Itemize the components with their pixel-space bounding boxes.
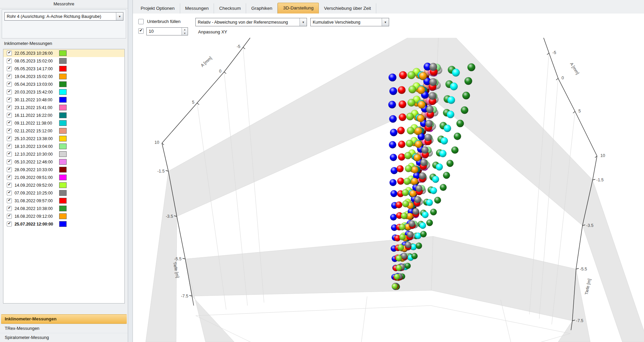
measurement-row[interactable]: 16.08.2022 09:12:00 xyxy=(3,212,124,220)
measurement-checkbox[interactable] xyxy=(7,175,12,180)
mode-select[interactable]: Relativ - Abweichung von der Referenzmes… xyxy=(195,18,307,26)
measurement-row[interactable]: 30.11.2022 10:48:00 xyxy=(3,96,124,104)
measurement-row[interactable]: 02.11.2022 15:12:00 xyxy=(3,127,124,135)
measurement-date-label: 18.10.2022 13:04:00 xyxy=(15,144,59,149)
measurement-date-label: 16.11.2022 16:22:00 xyxy=(15,113,59,118)
measurement-row[interactable]: 12.10.2022 10:30:00 xyxy=(3,150,124,158)
measurement-checkbox[interactable] xyxy=(7,167,12,172)
measurement-row[interactable]: 25.10.2022 13:38:00 xyxy=(3,135,124,142)
measurement-row[interactable]: 21.09.2022 09:51:00 xyxy=(3,174,124,181)
measurement-checkbox[interactable] xyxy=(7,144,12,149)
svg-text:-5: -5 xyxy=(552,50,556,55)
measurement-date-label: 05.05.2023 14:17:00 xyxy=(15,67,59,71)
measurement-row[interactable]: 09.11.2022 11:38:00 xyxy=(3,119,124,127)
measurement-date-label: 21.09.2022 09:51:00 xyxy=(15,175,59,180)
tube-selector-value: Rohr 4 (Ausrichtung: A-Achse Richtung Ba… xyxy=(5,14,116,19)
measurement-checkbox[interactable] xyxy=(7,82,12,87)
measurement-checkbox[interactable] xyxy=(7,221,12,227)
measurement-row[interactable]: 22.05.2023 10:26:00 xyxy=(3,49,124,57)
measurement-row[interactable]: 19.04.2023 15:02:00 xyxy=(3,73,124,80)
svg-text:10: 10 xyxy=(600,153,605,158)
display-select[interactable]: Kumulative Verschiebung ▾ xyxy=(310,18,389,26)
series-color-swatch xyxy=(59,136,67,141)
measurement-checkbox[interactable] xyxy=(7,89,12,95)
measurement-checkbox[interactable] xyxy=(7,206,12,211)
sidebar-nav-item[interactable]: Spiralometer-Messung xyxy=(0,333,128,342)
measurement-checkbox[interactable] xyxy=(7,74,12,79)
measurement-checkbox[interactable] xyxy=(7,136,12,141)
measurement-row[interactable]: 16.11.2022 16:22:00 xyxy=(3,111,124,119)
3d-plot[interactable]: -50510A [mm]-50510A [mm]-1.5-3.5-5.5-7.5… xyxy=(133,38,644,342)
series-color-swatch xyxy=(59,89,67,95)
measurement-row[interactable]: 23.11.2022 15:41:00 xyxy=(3,104,124,111)
series-color-swatch xyxy=(59,58,67,64)
measurement-date-label: 24.08.2022 10:38:00 xyxy=(15,206,59,211)
measurement-checkbox[interactable] xyxy=(7,159,12,164)
measurement-checkbox[interactable] xyxy=(7,51,12,56)
measurement-row[interactable]: 07.09.2022 10:25:00 xyxy=(3,189,124,197)
panel-splitter[interactable] xyxy=(128,0,133,342)
measurement-checkbox[interactable] xyxy=(7,214,12,219)
display-select-value: Kumulative Verschiebung xyxy=(311,20,382,25)
series-color-swatch xyxy=(59,213,67,219)
fill-interruption-checkbox[interactable] xyxy=(138,19,144,24)
measurement-row[interactable]: 14.09.2022 09:52:00 xyxy=(3,181,124,189)
measurement-row[interactable]: 08.05.2023 15:02:00 xyxy=(3,57,124,65)
measurement-checkbox[interactable] xyxy=(7,113,12,118)
adjust-xy-checkbox[interactable] xyxy=(138,28,144,34)
measurement-date-label: 23.11.2022 15:41:00 xyxy=(15,105,59,110)
measurement-row[interactable]: 05.04.2023 13:03:00 xyxy=(3,80,124,88)
svg-text:-5.5: -5.5 xyxy=(174,257,182,261)
series-color-swatch xyxy=(59,175,67,180)
toolbar: Unterbruch füllen Relativ - Abweichung v… xyxy=(133,14,644,38)
measurement-checkbox[interactable] xyxy=(7,152,12,157)
tab-graphiken[interactable]: Graphiken xyxy=(246,3,278,14)
measurement-checkbox[interactable] xyxy=(7,105,12,110)
tab-verschiebung-ber-zeit[interactable]: Verschiebung über Zeit xyxy=(319,3,376,14)
measurement-checkbox[interactable] xyxy=(7,97,12,102)
measurement-date-label: 28.09.2022 10:33:00 xyxy=(15,167,59,172)
tube-selector[interactable]: Rohr 4 (Ausrichtung: A-Achse Richtung Ba… xyxy=(4,12,123,21)
measurement-checkbox[interactable] xyxy=(7,66,12,71)
measurement-row[interactable]: 20.03.2023 15:42:00 xyxy=(3,88,124,96)
tab-checksum[interactable]: Checksum xyxy=(214,3,246,14)
sidebar-nav-item[interactable]: TRex-Messungen xyxy=(0,324,128,333)
measurement-checkbox[interactable] xyxy=(7,198,12,203)
chevron-down-icon[interactable]: ▾ xyxy=(116,12,123,20)
stepper-up-icon[interactable]: ▲ xyxy=(182,28,188,31)
svg-text:Tiefe [m]: Tiefe [m] xyxy=(584,278,592,295)
chevron-down-icon[interactable]: ▾ xyxy=(382,18,389,26)
series-color-swatch xyxy=(59,120,67,126)
measurement-row[interactable]: 05.05.2023 14:17:00 xyxy=(3,65,124,73)
series-color-swatch xyxy=(59,50,67,56)
measurement-row[interactable]: 05.10.2022 12:46:00 xyxy=(3,158,124,166)
measurement-date-label: 05.04.2023 13:03:00 xyxy=(15,82,59,87)
measurement-row[interactable]: 18.10.2022 13:04:00 xyxy=(3,142,124,150)
measurement-date-label: 16.08.2022 09:12:00 xyxy=(15,214,59,219)
measurement-date-label: 09.11.2022 11:38:00 xyxy=(15,121,59,126)
measurement-checkbox[interactable] xyxy=(7,128,12,133)
measurement-row[interactable]: 31.08.2022 09:57:00 xyxy=(3,197,124,205)
measurement-checkbox[interactable] xyxy=(7,58,12,63)
tab-3d-darstellung[interactable]: 3D-Darstellung xyxy=(278,3,319,14)
adjust-xy-stepper[interactable]: 10 ▲▼ xyxy=(146,27,188,35)
measurement-row[interactable]: 25.07.2022 12:00:00 xyxy=(3,220,124,228)
tab-messungen[interactable]: Messungen xyxy=(180,3,214,14)
tab-projekt-optionen[interactable]: Projekt Optionen xyxy=(136,3,180,14)
measurement-row[interactable]: 28.09.2022 10:33:00 xyxy=(3,166,124,174)
svg-text:0: 0 xyxy=(219,69,221,74)
sidebar-nav-active[interactable]: Inklinometer-Messungen xyxy=(1,314,127,324)
chevron-down-icon[interactable]: ▾ xyxy=(300,18,307,26)
measurement-row[interactable]: 24.08.2022 10:38:00 xyxy=(3,205,124,212)
measurement-checkbox[interactable] xyxy=(7,190,12,195)
sidebar-nav: Inklinometer-MessungenTRex-MessungenSpir… xyxy=(0,314,128,342)
measurement-checkbox[interactable] xyxy=(7,183,12,188)
stepper-arrows[interactable]: ▲▼ xyxy=(182,28,188,35)
svg-text:-7.5: -7.5 xyxy=(576,318,583,323)
series-color-swatch xyxy=(59,151,67,157)
stepper-down-icon[interactable]: ▼ xyxy=(182,31,188,35)
measurement-date-label: 12.10.2022 10:30:00 xyxy=(15,152,59,157)
mode-select-value: Relativ - Abweichung von der Referenzmes… xyxy=(196,20,300,25)
measurement-list[interactable]: 22.05.2023 10:26:0008.05.2023 15:02:0005… xyxy=(3,49,125,304)
measurement-checkbox[interactable] xyxy=(7,121,12,126)
